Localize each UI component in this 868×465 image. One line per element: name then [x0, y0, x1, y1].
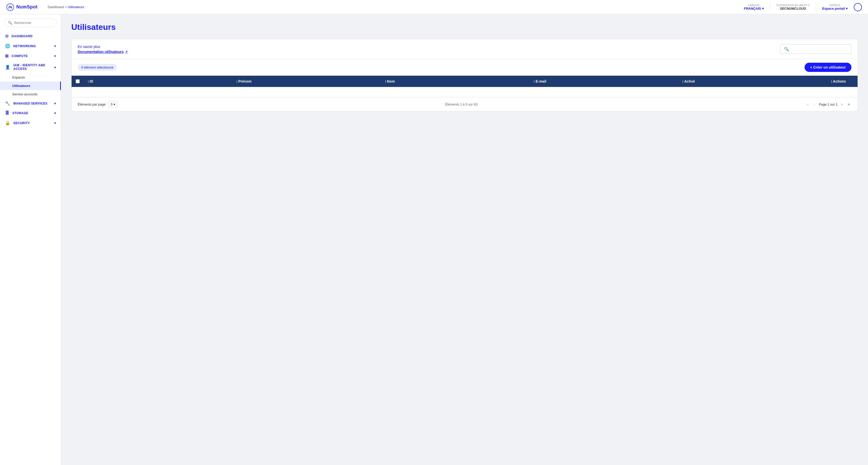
breadcrumb-separator: >: [65, 5, 68, 9]
col-label-prenom: Prénom: [238, 79, 252, 83]
sidebar-item-dashboard[interactable]: ⊙ DASHBOARD: [0, 31, 61, 41]
search-icon: 🔍: [8, 21, 12, 25]
sidebar-label-compute: COMPUTE: [12, 54, 28, 58]
page-size-value: 5: [111, 103, 113, 106]
info-label: En savoir plus: [78, 45, 128, 49]
table-col-prenom[interactable]: | Prénom: [232, 79, 381, 83]
logo-text: NumSpot: [16, 4, 38, 10]
espaces-label: Espaces: [12, 76, 25, 79]
doc-link[interactable]: Documentation utilisateurs ↗: [78, 50, 128, 54]
dashboard-icon: ⊙: [5, 34, 9, 38]
service-accounts-label: Service accounts: [12, 92, 37, 96]
page-info: Page 1 sur 1: [819, 103, 838, 106]
sort-icon-id: |: [88, 80, 89, 83]
sort-icon-active: |: [682, 80, 683, 83]
utilisateurs-label: Utilisateurs: [12, 84, 30, 88]
sort-icon-actions: |: [831, 80, 832, 83]
table-col-nom[interactable]: | Nom: [381, 79, 530, 83]
info-bar: En savoir plus Documentation utilisateur…: [71, 39, 858, 59]
region-section: CLOUDGOUV-EU-WEST-1 SECNUMCLOUD: [776, 4, 810, 10]
sidebar-item-utilisateurs[interactable]: Utilisateurs: [0, 82, 61, 90]
sort-icon-nom: |: [385, 80, 386, 83]
sidebar-item-espaces[interactable]: Espaces: [0, 73, 61, 82]
next-page-button[interactable]: ›: [840, 101, 844, 108]
sidebar-item-storage[interactable]: 🗄 STORAGE: [0, 108, 61, 118]
pagination-bar: Éléments par page: 5 Éléments 1 à 5 sur …: [71, 97, 858, 111]
header-divider-1: [770, 3, 770, 11]
top-header: NumSpot Dashboard > Utilisateurs LANGUE …: [0, 0, 868, 14]
sidebar-label-networking: NETWORKING: [13, 45, 36, 48]
numspot-logo-icon: [6, 3, 14, 11]
table-search-box[interactable]: 🔍: [780, 45, 851, 54]
breadcrumb-current: Utilisateurs: [68, 5, 84, 9]
espace-value[interactable]: Espace portail: [822, 7, 848, 10]
last-page-button[interactable]: »: [846, 101, 851, 108]
sidebar-label-storage: STORAGE: [12, 111, 29, 115]
pagination-info: Éléments 1 à 5 sur 93: [445, 103, 477, 106]
items-per-page-label: Éléments par page:: [78, 103, 106, 106]
create-user-button[interactable]: + Créer un utilisateur: [805, 63, 851, 72]
prev-page-button[interactable]: ‹: [812, 101, 817, 108]
page-size-select: Éléments par page: 5: [78, 101, 118, 108]
page-size-dropdown[interactable]: 5: [108, 101, 118, 108]
content-card: En savoir plus Documentation utilisateur…: [71, 39, 858, 111]
search-box[interactable]: 🔍: [4, 18, 57, 27]
search-container: 🔍: [0, 18, 61, 31]
sidebar-label-managed-services: MANAGED SERVICES: [13, 102, 48, 105]
col-label-actions: Actions: [833, 79, 846, 83]
sidebar-item-managed-services[interactable]: 🔧 MANAGED SERVICES: [0, 98, 61, 108]
sort-icon-email: |: [534, 80, 535, 83]
sidebar-item-networking[interactable]: 🌐 NETWORKING: [0, 41, 61, 51]
espace-label: ESPACE: [830, 4, 840, 7]
col-label-id: ID: [90, 79, 93, 83]
managed-services-chevron: [54, 102, 56, 105]
sidebar-item-service-accounts[interactable]: Service accounts: [0, 90, 61, 98]
col-label-nom: Nom: [387, 79, 395, 83]
header-left: NumSpot Dashboard > Utilisateurs: [6, 3, 84, 11]
external-link-icon: ↗: [125, 50, 128, 54]
table-search-input[interactable]: [791, 47, 848, 51]
sidebar-item-compute[interactable]: ⊞ COMPUTE: [0, 51, 61, 61]
user-avatar[interactable]: [854, 3, 862, 11]
langue-value[interactable]: FRANÇAIS: [744, 7, 764, 10]
table-col-email[interactable]: | E-mail: [530, 79, 679, 83]
sidebar-item-iam[interactable]: 👤 IAM - IDENTITY AND ACCESS: [0, 61, 61, 73]
app-body: Utilisateurs En savoir plus Documentatio…: [0, 14, 868, 465]
espace-section: ESPACE Espace portail: [822, 4, 848, 10]
storage-chevron: [54, 111, 56, 115]
col-label-active: Activé: [684, 79, 695, 83]
page-size-chevron: [114, 103, 115, 106]
networking-chevron: [54, 45, 56, 48]
langue-section: LANGUE FRANÇAIS: [744, 4, 764, 10]
header-right: LANGUE FRANÇAIS CLOUDGOUV-EU-WEST-1 SECN…: [744, 3, 862, 11]
sidebar-label-iam: IAM - IDENTITY AND ACCESS: [13, 63, 54, 70]
pagination-controls: « ‹ Page 1 sur 1 › »: [805, 101, 851, 108]
security-chevron: [54, 121, 56, 125]
info-bar-left: En savoir plus Documentation utilisateur…: [78, 45, 128, 54]
iam-icon: 👤: [5, 65, 10, 69]
sort-icon-prenom: |: [237, 80, 237, 83]
table-body: [71, 87, 858, 97]
actions-bar: 0 élément sélectionné + Créer un utilisa…: [71, 59, 858, 76]
table-col-actions: | Actions: [827, 79, 858, 83]
region-value: SECNUMCLOUD: [780, 7, 806, 10]
selected-badge: 0 élément sélectionné: [78, 64, 117, 71]
compute-icon: ⊞: [5, 54, 9, 58]
table-header: | ID | Prénom | Nom | E-mail | Activé: [71, 76, 858, 87]
table-col-active[interactable]: | Activé: [678, 79, 827, 83]
sidebar-item-security[interactable]: 🔒 SECURITY: [0, 118, 61, 128]
sidebar: 🔍 ⊙ DASHBOARD 🌐 NETWORKING ⊞ COMPUTE 👤 I…: [0, 14, 61, 465]
langue-label: LANGUE: [748, 4, 760, 7]
table-header-checkbox: [71, 79, 84, 83]
main-content: Utilisateurs En savoir plus Documentatio…: [61, 14, 868, 465]
table-col-id[interactable]: | ID: [84, 79, 232, 83]
search-input[interactable]: [14, 21, 53, 25]
first-page-button[interactable]: «: [805, 101, 810, 108]
breadcrumb-base: Dashboard: [48, 5, 64, 9]
table-search-icon: 🔍: [784, 47, 789, 52]
managed-services-icon: 🔧: [5, 101, 10, 106]
col-label-email: E-mail: [536, 79, 546, 83]
sidebar-label-security: SECURITY: [13, 121, 30, 125]
select-all-checkbox[interactable]: [75, 79, 80, 83]
storage-icon: 🗄: [5, 111, 9, 115]
